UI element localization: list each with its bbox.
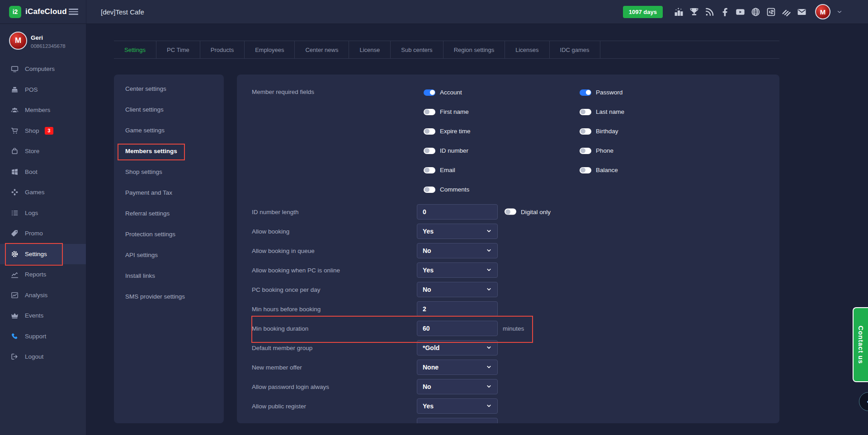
settings-nav-sms-provider-settings[interactable]: SMS provider settings [114,286,224,307]
sidebar-item-pos[interactable]: POS [0,80,86,100]
digital-only-toggle[interactable] [505,209,516,215]
sidebar-item-computers[interactable]: Computers [0,59,86,80]
toggle-knob [505,209,510,214]
youtube-icon[interactable] [736,7,745,17]
sidebar-item-reports[interactable]: Reports [0,264,86,285]
last-name-toggle[interactable] [580,109,591,115]
facebook-icon[interactable] [720,7,730,17]
sidebar-item-events[interactable]: Events [0,305,86,326]
id-number-length-input[interactable]: 0 [417,204,498,220]
field-label: Allow booking [252,228,289,234]
sidebar-item-store[interactable]: Store [0,141,86,162]
settings-nav-referral-settings[interactable]: Referral settings [114,203,224,224]
balance-toggle[interactable] [580,167,591,173]
tab-employees[interactable]: Employees [245,41,295,58]
toggle-row-account: Account [424,83,471,102]
collapse-panel-button[interactable]: ‹ [859,392,868,411]
form-row-pc-booking-once-per-day: PC booking once per dayNo [237,280,779,299]
tab-products[interactable]: Products [200,41,245,58]
tab-sub-centers[interactable]: Sub centers [391,41,443,58]
settings-nav-protection-settings[interactable]: Protection settings [114,224,224,244]
trophy-icon[interactable] [689,7,699,17]
allow-select[interactable]: Yes [417,418,498,424]
min-booking-duration-input[interactable]: 60 [417,321,498,336]
account-toggle[interactable] [424,89,435,96]
tab-settings[interactable]: Settings [114,41,156,58]
sidebar-item-promo[interactable]: Promo [0,223,86,244]
settings-nav-members-settings[interactable]: Members settings [114,140,224,161]
default-member-group-select[interactable]: *Gold [417,340,498,355]
sidebar-item-label: Boot [25,168,38,175]
sidebar-item-shop[interactable]: Shop3 [0,121,86,141]
phone-toggle[interactable] [580,148,591,154]
allow-booking-in-queue-select[interactable]: No [417,243,498,258]
podium-icon[interactable] [674,7,684,17]
tab-pc-time[interactable]: PC Time [156,41,200,58]
field-label: Min booking duration [252,325,308,332]
expire-time-toggle[interactable] [424,128,435,135]
min-hours-before-booking-input[interactable]: 2 [417,301,498,317]
form-row-default-member-group: Default member group*Gold [237,338,779,357]
pc-booking-once-per-day-select[interactable]: No [417,282,498,297]
field-value: Yes [423,422,434,424]
password-toggle[interactable] [580,89,591,96]
field-value: None [423,364,439,371]
sidebar-item-boot[interactable]: Boot [0,162,86,182]
chevron-down-icon [486,384,492,389]
toggle-label: Comments [440,186,469,193]
birthday-toggle[interactable] [580,128,591,135]
sidebar-item-games[interactable]: Games [0,182,86,203]
settings-nav-shop-settings[interactable]: Shop settings [114,161,224,182]
tab-license[interactable]: License [349,41,391,58]
avatar[interactable]: M [9,32,27,50]
allow-public-register-select[interactable]: Yes [417,398,498,414]
tab-center-news[interactable]: Center news [295,41,349,58]
comments-toggle[interactable] [424,187,435,193]
sidebar-item-logout[interactable]: Logout [0,346,86,367]
tab-idc-games[interactable]: IDC games [550,41,600,58]
layers-icon[interactable] [782,7,791,17]
icafecloud-icon[interactable] [766,7,776,17]
topbar-actions: 1097 days M [623,0,843,23]
id-number-toggle[interactable] [424,148,435,154]
rss-icon[interactable] [705,7,714,17]
globe-icon[interactable] [751,7,760,17]
mail-icon[interactable] [797,7,807,17]
email-toggle[interactable] [424,167,435,173]
toggle-row-password: Password [580,83,624,102]
tab-region-settings[interactable]: Region settings [443,41,505,58]
members-settings-form: Member required fields AccountFirst name… [237,75,779,423]
tab-bar: SettingsPC TimeProductsEmployeesCenter n… [114,41,779,59]
settings-nav-game-settings[interactable]: Game settings [114,120,224,140]
settings-nav-install-links[interactable]: Install links [114,265,224,286]
sidebar-item-members[interactable]: Members [0,100,86,121]
contact-us-button[interactable]: Contact us [853,307,868,382]
allow-password-login-always-select[interactable]: No [417,379,498,394]
sidebar-item-analysis[interactable]: Analysis [0,285,86,306]
allow-booking-when-pc-is-online-select[interactable]: Yes [417,262,498,278]
settings-nav-payment-and-tax[interactable]: Payment and Tax [114,182,224,203]
toggle-knob [425,187,429,192]
sidebar-item-settings[interactable]: Settings [0,244,86,265]
chevron-down-icon[interactable] [836,9,843,15]
support-icon [11,332,19,340]
brand-name: iCafeCloud [25,7,67,16]
user-avatar[interactable]: M [815,4,830,19]
field-value: 0 [423,208,426,215]
form-row-allow-booking: Allow bookingYes [237,221,779,241]
tab-licenses[interactable]: Licenses [505,41,549,58]
settings-nav-center-settings[interactable]: Center settings [114,78,224,99]
sidebar-item-logs[interactable]: Logs [0,203,86,224]
new-member-offer-select[interactable]: None [417,360,498,375]
license-days-badge[interactable]: 1097 days [623,6,663,18]
field-suffix: minutes [503,325,524,332]
settings-nav-client-settings[interactable]: Client settings [114,99,224,120]
settings-nav-api-settings[interactable]: API settings [114,244,224,265]
first-name-toggle[interactable] [424,109,435,115]
sidebar-item-support[interactable]: Support [0,326,86,347]
toggle-knob [425,129,429,134]
hamburger-menu-icon[interactable] [69,9,78,15]
allow-booking-select[interactable]: Yes [417,224,498,239]
sidebar-item-label: Support [25,333,46,340]
form-row-allow-booking-in-queue: Allow booking in queueNo [237,241,779,260]
